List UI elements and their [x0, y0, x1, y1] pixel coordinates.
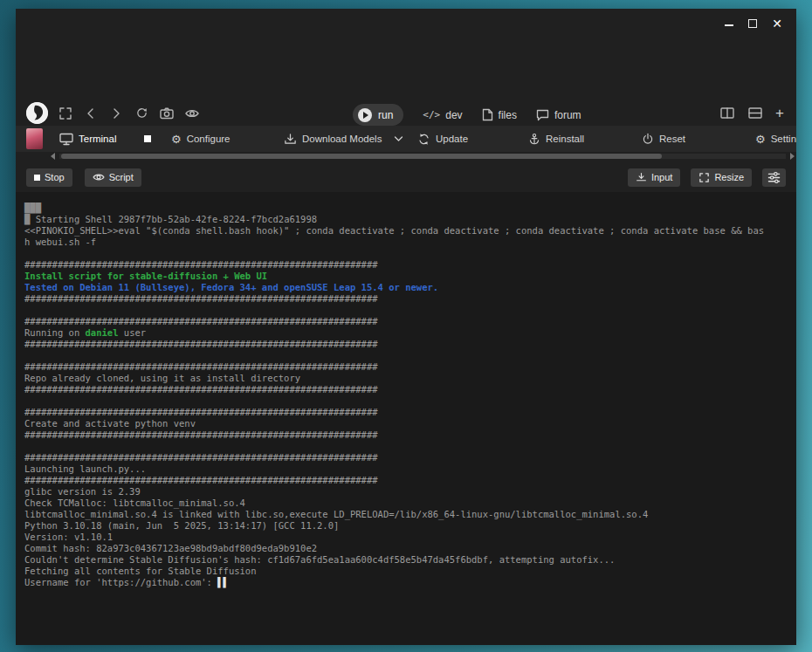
tab-configure[interactable]: ⚙ Configure: [171, 126, 231, 152]
input-icon: [636, 172, 647, 183]
maximize-button[interactable]: [748, 19, 757, 28]
input-button-label: Input: [651, 172, 672, 182]
monitor-icon: [59, 133, 73, 146]
terminal-line: ########################################…: [24, 259, 788, 271]
files-button-label: files: [499, 109, 517, 121]
run-button[interactable]: run: [353, 104, 403, 126]
gear-icon: ⚙: [171, 134, 182, 145]
tab-download-models-label: Download Models: [302, 134, 382, 144]
download-icon: [284, 133, 297, 146]
terminal-action-bar: Stop Script Input Resize: [16, 162, 796, 192]
gear-icon: ⚙: [755, 134, 766, 145]
tab-update[interactable]: Update: [417, 126, 468, 152]
forum-button-label: forum: [554, 109, 581, 121]
run-button-label: run: [378, 109, 393, 121]
stop-script-indicator[interactable]: [144, 135, 151, 142]
refresh-icon[interactable]: [134, 106, 149, 121]
terminal-line: █ Starting Shell 2987f7bb-52ab-42fe-8224…: [24, 214, 788, 225]
play-icon: [358, 108, 372, 122]
eye-icon: [93, 172, 105, 182]
terminal-line: ########################################…: [24, 452, 788, 463]
terminal-line: [24, 248, 788, 259]
nav-center-group: run </> dev files forum: [353, 104, 581, 126]
toolbar-scrollbar: [51, 152, 795, 161]
scrollbar-thumb[interactable]: [61, 154, 662, 159]
terminal-line: h webui.sh -f: [24, 237, 788, 248]
terminal-line: ########################################…: [24, 384, 788, 395]
terminal-line: ########################################…: [24, 429, 788, 441]
terminal-line: ########################################…: [24, 339, 788, 350]
tab-settings-label: Settings: [771, 134, 796, 144]
file-icon: [482, 108, 493, 121]
tab-download-models[interactable]: Download Models: [284, 126, 403, 152]
terminal-line: Install script for stable-diffusion + We…: [24, 271, 788, 282]
terminal-line: ########################################…: [24, 293, 788, 305]
chat-bubble-icon: [536, 109, 549, 121]
terminal-line: Fetching all contents for Stable Diffusi…: [24, 566, 788, 577]
terminal-line: Check TCMalloc: libtcmalloc_minimal.so.4: [24, 498, 788, 509]
app-toolbar: Terminal ⚙ Configure Download Models Upd…: [16, 126, 796, 152]
terminal-line: Create and activate python venv: [24, 418, 788, 429]
script-button-label: Script: [109, 172, 134, 182]
pinokio-logo-icon[interactable]: [26, 102, 48, 124]
stop-button[interactable]: Stop: [26, 168, 72, 187]
tab-update-label: Update: [436, 134, 468, 144]
code-icon: </>: [423, 109, 440, 120]
terminal-line: Python 3.10.18 (main, Jun 5 2025, 13:14:…: [24, 520, 788, 532]
terminal-line: ########################################…: [24, 361, 788, 373]
chevron-down-icon: [394, 135, 403, 142]
split-columns-icon[interactable]: [719, 105, 735, 120]
titlebar: ✕: [16, 9, 796, 38]
anchor-icon: [528, 133, 540, 146]
desktop-background: { "icons": { "close": "✕", "dev_glyph": …: [0, 0, 812, 652]
terminal-line: Launching launch.py...: [24, 463, 788, 475]
terminal-line: Running on daniel user: [24, 327, 788, 339]
close-button[interactable]: ✕: [772, 17, 782, 30]
files-button[interactable]: files: [482, 108, 517, 121]
terminal-output: ████ Starting Shell 2987f7bb-52ab-42fe-8…: [16, 192, 796, 645]
terminal-line: Couldn't determine Stable Diffusion's ha…: [24, 554, 788, 566]
eye-icon[interactable]: [184, 106, 200, 121]
resize-icon: [698, 172, 710, 183]
back-icon[interactable]: [83, 106, 99, 121]
terminal-line: [24, 441, 788, 452]
terminal-line: Username for 'https://github.com': ▌▌: [24, 577, 788, 588]
tab-settings[interactable]: ⚙ Settings: [755, 126, 796, 152]
terminal-line: ███: [24, 202, 788, 214]
tab-terminal-label: Terminal: [79, 134, 116, 144]
camera-icon[interactable]: [159, 106, 175, 121]
terminal-settings-button[interactable]: [762, 168, 786, 187]
input-button[interactable]: Input: [628, 168, 680, 187]
terminal-line: Version: v1.10.1: [24, 532, 788, 543]
tab-reinstall[interactable]: Reinstall: [528, 126, 584, 152]
app-avatar[interactable]: [26, 128, 43, 149]
tab-terminal[interactable]: Terminal: [59, 126, 116, 152]
scroll-right-arrow[interactable]: [790, 153, 795, 160]
minimize-button[interactable]: [725, 24, 733, 26]
stop-button-label: Stop: [45, 172, 65, 182]
sliders-icon: [767, 171, 781, 184]
update-icon: [417, 133, 430, 146]
tab-reset[interactable]: Reset: [642, 126, 685, 152]
terminal-line: Commit hash: 82a973c04367123ae98bd9abdf8…: [24, 543, 788, 554]
dev-button[interactable]: </> dev: [423, 109, 462, 121]
terminal-line: [24, 350, 788, 361]
script-button[interactable]: Script: [85, 168, 141, 187]
forum-button[interactable]: forum: [536, 109, 581, 121]
terminal-line: glibc version is 2.39: [24, 486, 788, 498]
scroll-left-arrow[interactable]: [51, 153, 55, 160]
terminal-line: <<PINOKIO_SHELL>>eval "$(conda shell.bas…: [24, 225, 788, 237]
new-tab-icon[interactable]: +: [775, 106, 784, 120]
resize-button[interactable]: Resize: [691, 168, 752, 187]
terminal-line: Repo already cloned, using it as install…: [24, 373, 788, 384]
terminal-line: ########################################…: [24, 316, 788, 327]
terminal-line: ########################################…: [24, 475, 788, 486]
tab-configure-label: Configure: [187, 134, 231, 144]
split-rows-icon[interactable]: [747, 105, 763, 120]
forward-icon[interactable]: [108, 106, 124, 121]
tab-reinstall-label: Reinstall: [546, 134, 584, 144]
fullscreen-icon[interactable]: [58, 106, 73, 121]
terminal-line: ########################################…: [24, 407, 788, 418]
terminal-line: Tested on Debian 11 (Bullseye), Fedora 3…: [24, 282, 788, 293]
resize-button-label: Resize: [714, 172, 744, 182]
